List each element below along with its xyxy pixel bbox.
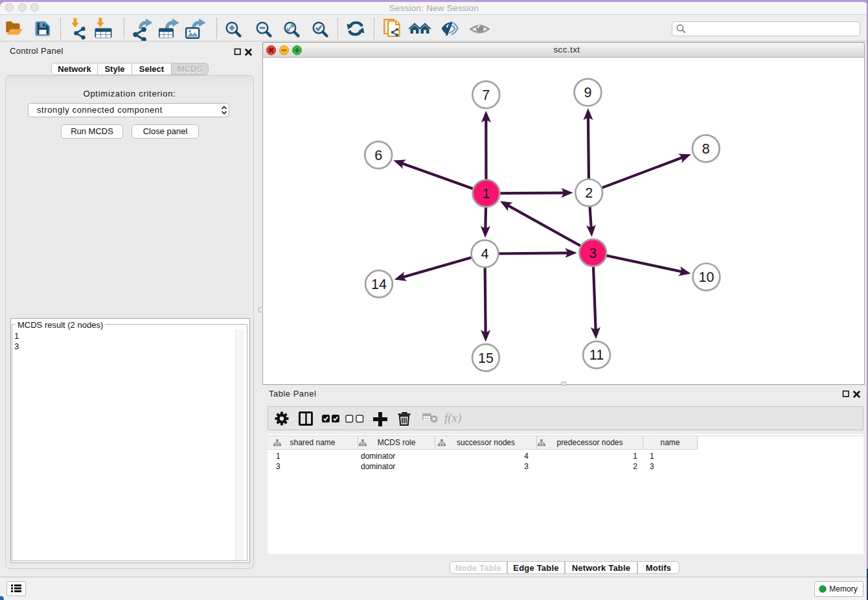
svg-text:9: 9 xyxy=(584,85,592,100)
svg-text:3: 3 xyxy=(589,246,597,261)
svg-text:7: 7 xyxy=(482,87,490,103)
svg-text:1: 1 xyxy=(483,186,490,202)
svg-text:2: 2 xyxy=(585,185,593,201)
svg-text:8: 8 xyxy=(702,141,710,157)
svg-text:4: 4 xyxy=(481,246,489,262)
svg-text:11: 11 xyxy=(589,347,604,363)
svg-text:14: 14 xyxy=(371,277,387,292)
svg-text:6: 6 xyxy=(374,148,382,163)
svg-text:15: 15 xyxy=(478,351,494,366)
svg-text:10: 10 xyxy=(699,270,714,285)
